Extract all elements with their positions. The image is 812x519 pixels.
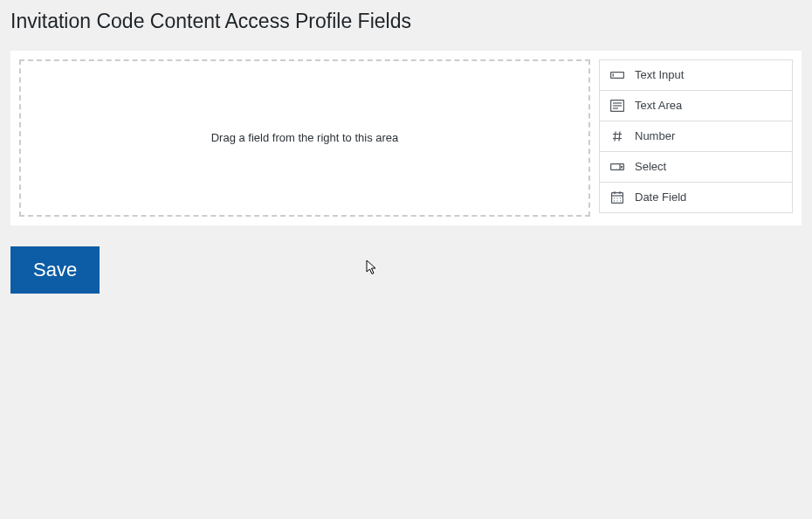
number-icon [610, 129, 624, 143]
field-item-number[interactable]: Number [599, 121, 793, 152]
field-item-date-field[interactable]: Date Field [599, 183, 793, 213]
field-item-label: Text Area [635, 99, 682, 112]
text-area-icon [610, 99, 624, 113]
date-icon [610, 190, 624, 204]
drop-area[interactable]: Drag a field from the right to this area [19, 59, 590, 217]
svg-line-8 [615, 131, 616, 141]
field-item-text-area[interactable]: Text Area [599, 91, 793, 121]
field-item-label: Text Input [635, 68, 684, 81]
svg-line-9 [619, 131, 620, 141]
field-item-text-input[interactable]: Text Input [599, 59, 793, 91]
field-item-label: Date Field [635, 190, 686, 204]
text-input-icon [610, 68, 624, 82]
field-palette: Text Input Text Area [599, 59, 793, 217]
field-item-label: Number [635, 129, 675, 142]
page-title: Invitation Code Content Access Profile F… [0, 0, 812, 35]
select-icon [610, 160, 624, 174]
save-button[interactable]: Save [10, 246, 100, 294]
builder-panel: Drag a field from the right to this area… [10, 51, 802, 225]
field-item-select[interactable]: Select [599, 152, 793, 183]
field-item-label: Select [635, 160, 666, 173]
drop-area-placeholder: Drag a field from the right to this area [211, 131, 399, 144]
cursor-icon [366, 260, 378, 275]
